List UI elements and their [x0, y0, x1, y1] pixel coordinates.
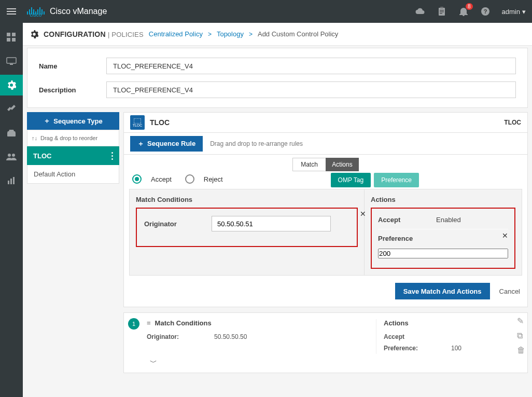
svg-rect-4 — [440, 13, 442, 14]
sidebar-monitor[interactable] — [0, 51, 23, 72]
pill-preference[interactable]: Preference — [374, 173, 419, 187]
actions-panel: Actions Accept Enabled ✕ Preference — [364, 189, 522, 275]
svg-text:?: ? — [483, 8, 487, 15]
sequence-type-button[interactable]: ＋ Sequence Type — [27, 112, 119, 130]
svg-point-14 — [12, 154, 15, 157]
rule-number-badge: 1 — [128, 318, 139, 330]
summary-preference-key: Preference: — [384, 345, 451, 352]
svg-rect-16 — [10, 179, 12, 184]
policy-form: Name Description — [27, 48, 528, 108]
breadcrumb-current: Add Custom Control Policy — [258, 30, 338, 38]
sidebar-administration[interactable] — [0, 146, 23, 167]
cloud-icon[interactable] — [415, 6, 425, 17]
svg-rect-17 — [13, 177, 15, 184]
help-icon[interactable]: ? — [480, 6, 491, 17]
close-icon[interactable]: ✕ — [502, 231, 508, 240]
delete-icon[interactable]: 🗑 — [517, 346, 525, 355]
name-input[interactable] — [106, 58, 516, 74]
menu-toggle[interactable] — [0, 0, 23, 23]
edit-icon[interactable]: ✎ — [517, 316, 525, 326]
plus-icon: ＋ — [44, 116, 50, 126]
action-pills: OMP Tag Preference — [331, 173, 419, 187]
radio-accept[interactable] — [132, 174, 142, 184]
sequence-item-label: TLOC — [33, 152, 51, 160]
cancel-button[interactable]: Cancel — [499, 283, 520, 299]
summary-preference-row: Preference: 100 — [384, 343, 521, 354]
conditions-grid: Match Conditions ✕ Originator Actions — [129, 189, 522, 276]
accept-label: Accept — [378, 216, 430, 224]
top-bar: cisco Cisco vManage 8 ? admin ▾ — [0, 0, 532, 23]
chevron-down-icon[interactable]: ﹀ — [150, 358, 521, 367]
reorder-hint: ↑↓ Drag & drop to reorder — [27, 130, 119, 146]
tab-match[interactable]: Match — [292, 158, 326, 171]
sidebar-tools[interactable] — [0, 99, 23, 119]
svg-point-13 — [8, 154, 11, 157]
cisco-logo: cisco — [27, 5, 45, 18]
sidebar-maintenance[interactable] — [0, 122, 23, 143]
gear-icon — [30, 30, 38, 38]
description-input[interactable] — [106, 81, 516, 98]
originator-input[interactable] — [212, 216, 331, 231]
notification-badge: 8 — [466, 3, 473, 10]
breadcrumb-bar: CONFIGURATION | POLICIES Centralized Pol… — [23, 23, 532, 46]
svg-rect-1 — [440, 7, 443, 8]
actions-box: Accept Enabled ✕ Preference — [371, 208, 515, 269]
name-label: Name — [39, 62, 106, 70]
user-menu[interactable]: admin ▾ — [502, 8, 526, 16]
svg-rect-2 — [440, 10, 444, 11]
preference-input[interactable] — [378, 249, 508, 258]
default-action-item[interactable]: Default Action — [27, 165, 119, 184]
sequence-panel: ＋ Sequence Type ↑↓ Drag & drop to reorde… — [27, 112, 119, 393]
match-conditions-title: Match Conditions — [136, 196, 358, 203]
plus-icon: ＋ — [137, 139, 144, 148]
more-icon[interactable] — [111, 152, 113, 160]
sequence-type-label: Sequence Type — [53, 117, 102, 125]
chevron-right-icon: > — [208, 31, 212, 38]
radio-reject-label: Reject — [204, 175, 223, 183]
tloc-badge-icon: TLOC — [130, 115, 145, 130]
summary-preference-value: 100 — [451, 345, 461, 352]
svg-rect-10 — [12, 38, 16, 42]
sidebar-analytics[interactable] — [0, 170, 23, 191]
tab-actions[interactable]: Actions — [326, 158, 359, 171]
description-label: Description — [39, 86, 106, 94]
reorder-hint-label: Drag & drop to reorder — [40, 135, 97, 141]
match-conditions-panel: Match Conditions ✕ Originator — [130, 189, 364, 275]
tloc-title: TLOC — [150, 118, 170, 127]
breadcrumb-link-centralized[interactable]: Centralized Policy — [149, 30, 203, 38]
sequence-rule-button[interactable]: ＋ Sequence Rule — [130, 136, 203, 152]
clipboard-icon[interactable] — [437, 6, 447, 17]
drag-icon[interactable]: ≡ — [147, 319, 151, 327]
svg-rect-11 — [7, 58, 16, 63]
sidebar-configuration[interactable] — [0, 75, 23, 95]
pill-omp-tag[interactable]: OMP Tag — [331, 173, 371, 187]
left-sidebar — [0, 23, 23, 397]
tloc-header: TLOC TLOC TLOC — [123, 112, 528, 133]
bell-icon[interactable]: 8 — [458, 6, 469, 17]
radio-accept-label: Accept — [151, 175, 172, 183]
radio-reject[interactable] — [185, 174, 194, 184]
summary-accept-row: Accept — [384, 331, 521, 343]
sequence-rule-label: Sequence Rule — [147, 140, 195, 147]
sequence-rule-bar: ＋ Sequence Rule Drag and drop to re-arra… — [123, 133, 528, 155]
accept-value: Enabled — [436, 216, 461, 224]
summary-accept-key: Accept — [384, 333, 451, 340]
svg-rect-18 — [134, 118, 141, 124]
user-label: admin — [502, 8, 520, 16]
breadcrumb-link-topology[interactable]: Topology — [217, 30, 244, 38]
save-button[interactable]: Save Match And Actions — [395, 283, 490, 299]
summary-actions-title: Actions — [384, 319, 521, 327]
top-icons: 8 ? admin ▾ — [415, 6, 526, 17]
brand-title: Cisco vManage — [50, 7, 107, 16]
svg-rect-8 — [12, 33, 16, 36]
match-conditions-box: ✕ Originator — [136, 208, 358, 247]
svg-rect-7 — [7, 33, 10, 36]
svg-rect-15 — [8, 181, 9, 184]
sequence-rule-hint: Drag and drop to re-arrange rules — [210, 140, 303, 147]
close-icon[interactable]: ✕ — [360, 210, 366, 218]
reorder-icon: ↑↓ — [32, 135, 37, 141]
copy-icon[interactable]: ⧉ — [517, 331, 525, 340]
sequence-item-tloc[interactable]: TLOC — [27, 146, 119, 165]
hamburger-icon — [7, 7, 16, 16]
sidebar-dashboard[interactable] — [0, 27, 23, 48]
